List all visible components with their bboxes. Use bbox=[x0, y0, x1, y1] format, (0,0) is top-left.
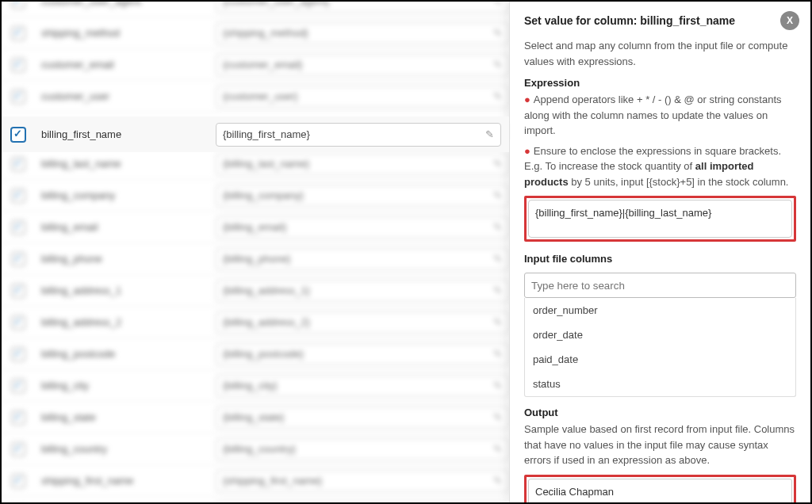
expression-input[interactable]: {billing_first_name}|{billing_last_name} bbox=[528, 200, 792, 238]
table-row-focused[interactable]: billing_first_name {billing_first_name} … bbox=[2, 116, 509, 152]
edit-icon[interactable]: ✎ bbox=[493, 284, 502, 296]
column-label: customer_user_agent bbox=[41, 2, 216, 7]
column-value-text: {billing_first_name} bbox=[223, 128, 310, 140]
edit-icon[interactable]: ✎ bbox=[493, 27, 502, 39]
table-row[interactable]: customer_user{customer_user}✎ bbox=[2, 81, 509, 113]
row-checkbox[interactable] bbox=[11, 442, 25, 456]
close-button[interactable]: X bbox=[780, 11, 799, 30]
table-row[interactable]: billing_postcode{billing_postcode}✎ bbox=[2, 338, 509, 370]
table-row[interactable]: billing_city{billing_city}✎ bbox=[2, 370, 509, 402]
column-value-input[interactable]: {billing_last_name}✎ bbox=[216, 153, 509, 175]
column-label: billing_address_2 bbox=[41, 316, 216, 328]
set-value-panel: X Set value for column: billing_first_na… bbox=[509, 2, 810, 502]
column-value-input[interactable]: {billing_company}✎ bbox=[216, 185, 509, 207]
edit-icon[interactable]: ✎ bbox=[493, 221, 502, 233]
column-label: billing_email bbox=[41, 221, 216, 233]
column-value-input[interactable]: {shipping_method}✎ bbox=[216, 22, 509, 44]
row-checkbox[interactable] bbox=[11, 189, 25, 203]
expression-value: {billing_first_name}|{billing_last_name} bbox=[535, 207, 711, 219]
table-row[interactable]: shipping_method{shipping_method}✎ bbox=[2, 17, 509, 49]
edit-icon[interactable]: ✎ bbox=[493, 411, 502, 423]
column-label: customer_email bbox=[41, 59, 216, 71]
output-value: Cecilia Chapman bbox=[535, 486, 614, 498]
column-value-input[interactable]: {billing_address_2}✎ bbox=[216, 311, 509, 334]
row-checkbox[interactable] bbox=[11, 474, 25, 488]
table-row[interactable]: customer_user_agent{customer_user_agent}… bbox=[2, 2, 509, 17]
edit-icon[interactable]: ✎ bbox=[493, 253, 502, 265]
column-label: billing_country bbox=[41, 443, 216, 455]
mapping-table-pane: customer_user_agent{customer_user_agent}… bbox=[2, 2, 509, 502]
panel-arrow bbox=[509, 122, 510, 141]
input-columns-list: order_numberorder_datepaid_datestatus bbox=[524, 298, 796, 397]
edit-icon[interactable]: ✎ bbox=[493, 90, 502, 102]
output-value-box: Cecilia Chapman bbox=[528, 479, 792, 503]
table-row[interactable]: billing_phone{billing_phone}✎ bbox=[2, 243, 509, 275]
edit-icon[interactable]: ✎ bbox=[493, 348, 502, 360]
column-value-input[interactable]: {billing_phone}✎ bbox=[216, 248, 509, 270]
table-row[interactable]: billing_company{billing_company}✎ bbox=[2, 180, 509, 212]
column-search-input[interactable] bbox=[524, 273, 796, 298]
row-checkbox[interactable] bbox=[11, 90, 25, 104]
column-label: billing_first_name bbox=[41, 128, 216, 140]
row-checkbox[interactable] bbox=[11, 284, 25, 298]
edit-icon[interactable]: ✎ bbox=[493, 475, 502, 487]
row-checkbox[interactable] bbox=[11, 252, 25, 266]
list-item[interactable]: order_number bbox=[525, 298, 795, 323]
row-checkbox[interactable] bbox=[11, 2, 25, 9]
edit-icon[interactable]: ✎ bbox=[493, 316, 502, 328]
column-value-input[interactable]: {customer_user_agent}✎ bbox=[216, 2, 509, 13]
edit-icon[interactable]: ✎ bbox=[493, 380, 502, 391]
panel-description: Select and map any column from the input… bbox=[524, 38, 796, 69]
column-value-input[interactable]: {billing_email}✎ bbox=[216, 216, 509, 239]
edit-icon[interactable]: ✎ bbox=[493, 189, 502, 201]
list-item[interactable]: paid_date bbox=[525, 347, 795, 372]
column-value-input[interactable]: {billing_first_name} ✎ bbox=[216, 123, 501, 147]
column-value-input[interactable]: {shipping_first_name}✎ bbox=[216, 470, 509, 492]
table-row[interactable]: shipping_last_name{shipping_last_name}✎ bbox=[2, 497, 509, 502]
column-value-input[interactable]: {billing_country}✎ bbox=[216, 438, 509, 460]
table-row[interactable]: billing_address_2{billing_address_2}✎ bbox=[2, 307, 509, 338]
column-value-input[interactable]: {customer_user}✎ bbox=[216, 86, 509, 108]
close-icon: X bbox=[787, 15, 793, 26]
edit-icon[interactable]: ✎ bbox=[493, 2, 502, 7]
column-value-input[interactable]: {billing_address_1}✎ bbox=[216, 280, 509, 302]
column-value-input[interactable]: {shipping_last_name}✎ bbox=[216, 502, 509, 503]
column-value-input[interactable]: {billing_city}✎ bbox=[216, 375, 509, 397]
row-checkbox[interactable] bbox=[11, 347, 25, 361]
row-checkbox[interactable] bbox=[11, 379, 25, 393]
column-label: billing_city bbox=[41, 380, 216, 391]
list-item[interactable]: status bbox=[525, 372, 795, 396]
column-label: shipping_first_name bbox=[41, 475, 216, 487]
column-label: billing_postcode bbox=[41, 348, 216, 360]
edit-icon[interactable]: ✎ bbox=[493, 59, 502, 71]
column-value-input[interactable]: {billing_state}✎ bbox=[216, 407, 509, 429]
table-row[interactable]: customer_email{customer_email}✎ bbox=[2, 49, 509, 81]
row-checkbox[interactable] bbox=[11, 26, 25, 40]
row-checkbox[interactable] bbox=[11, 128, 25, 142]
row-checkbox[interactable] bbox=[11, 157, 25, 171]
row-checkbox[interactable] bbox=[11, 410, 25, 425]
row-checkbox[interactable] bbox=[11, 220, 25, 235]
table-row[interactable]: billing_email{billing_email}✎ bbox=[2, 212, 509, 243]
edit-icon[interactable]: ✎ bbox=[493, 158, 502, 170]
edit-icon[interactable]: ✎ bbox=[493, 443, 502, 455]
column-value-input[interactable]: {billing_postcode}✎ bbox=[216, 343, 509, 365]
table-row[interactable]: billing_address_1{billing_address_1}✎ bbox=[2, 275, 509, 307]
row-checkbox[interactable] bbox=[11, 58, 25, 72]
column-label: shipping_method bbox=[41, 27, 216, 39]
output-box-highlight: Cecilia Chapman bbox=[524, 475, 796, 503]
list-item[interactable]: order_date bbox=[525, 323, 795, 347]
column-value-input[interactable]: {customer_email}✎ bbox=[216, 54, 509, 76]
table-row[interactable]: billing_country{billing_country}✎ bbox=[2, 433, 509, 465]
table-row[interactable]: shipping_first_name{shipping_first_name}… bbox=[2, 465, 509, 497]
table-row[interactable]: billing_last_name{billing_last_name}✎ bbox=[2, 148, 509, 180]
row-checkbox[interactable] bbox=[11, 315, 25, 330]
edit-icon[interactable]: ✎ bbox=[485, 128, 494, 140]
column-label: billing_company bbox=[41, 189, 216, 201]
expression-input-highlight: {billing_first_name}|{billing_last_name} bbox=[524, 196, 796, 242]
output-label: Output bbox=[524, 407, 796, 418]
input-file-columns-label: Input file columns bbox=[524, 253, 796, 265]
column-label: billing_last_name bbox=[41, 158, 216, 170]
panel-title: Set value for column: billing_first_name bbox=[524, 14, 796, 27]
table-row[interactable]: billing_state{billing_state}✎ bbox=[2, 402, 509, 433]
